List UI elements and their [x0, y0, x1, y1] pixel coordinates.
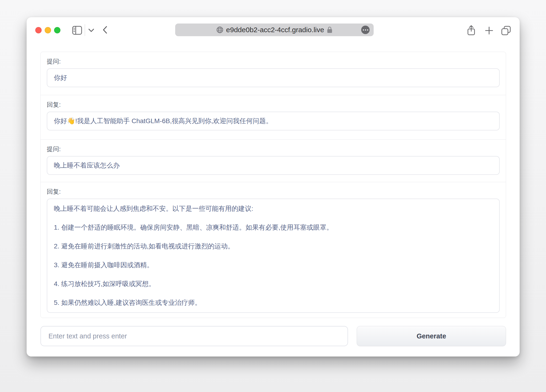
close-icon[interactable]	[35, 27, 42, 33]
question-textbox: 晚上睡不着应该怎么办	[47, 156, 500, 175]
chevron-down-icon	[88, 28, 94, 32]
question-text: 晚上睡不着应该怎么办	[54, 162, 120, 169]
answer-paragraph: 4. 练习放松技巧,如深呼吸或冥想。	[54, 280, 493, 287]
lock-icon	[327, 26, 332, 33]
globe-icon	[216, 26, 223, 33]
prompt-input[interactable]	[40, 326, 348, 346]
minimize-icon[interactable]	[45, 27, 51, 33]
tab-overview-button[interactable]	[501, 26, 511, 35]
qa-section-question-1: 提问: 你好	[41, 52, 506, 95]
answer-paragraph: 1. 创建一个舒适的睡眠环境。确保房间安静、黑暗、凉爽和舒适。如果有必要,使用耳…	[54, 224, 493, 231]
tab-group-chevron-button[interactable]	[88, 28, 94, 32]
answer-text: 你好👋!我是人工智能助手 ChatGLM-6B,很高兴见到你,欢迎问我任何问题。	[54, 117, 272, 125]
answer-textbox: 晚上睡不着可能会让人感到焦虑和不安。以下是一些可能有用的建议: 1. 创建一个舒…	[47, 199, 500, 313]
new-tab-button[interactable]	[485, 26, 494, 35]
answer-label: 回复:	[47, 188, 500, 195]
answer-paragraph: 晚上睡不着可能会让人感到焦虑和不安。以下是一些可能有用的建议:	[54, 205, 493, 212]
ellipsis-dot	[365, 29, 366, 31]
qa-section-question-2: 提问: 晚上睡不着应该怎么办	[41, 139, 506, 182]
answer-paragraph: 2. 避免在睡前进行刺激性的活动,如看电视或进行激烈的运动。	[54, 243, 493, 250]
sidebar-toggle-button[interactable]	[72, 26, 82, 35]
back-chevron-icon	[102, 26, 107, 34]
answer-paragraph: 3. 避免在睡前摄入咖啡因或酒精。	[54, 262, 493, 269]
back-button[interactable]	[102, 26, 107, 34]
zoom-icon[interactable]	[54, 27, 60, 33]
generate-button[interactable]: Generate	[357, 326, 506, 346]
browser-toolbar: e9dde0b2-acc2-4ccf.gradio.live	[26, 17, 520, 42]
answer-label: 回复:	[47, 101, 500, 108]
question-label: 提问:	[47, 146, 500, 153]
share-button[interactable]	[467, 25, 476, 36]
traffic-lights	[35, 27, 60, 33]
answer-paragraph: 5. 如果仍然难以入睡,建议咨询医生或专业治疗师。	[54, 299, 493, 306]
url-bar[interactable]: e9dde0b2-acc2-4ccf.gradio.live	[175, 24, 374, 36]
plus-icon	[485, 26, 494, 35]
toolbar-divider	[85, 24, 85, 36]
sidebar-toggle-icon	[72, 26, 82, 35]
qa-group: 提问: 你好 回复: 你好👋!我是人工智能助手 ChatGLM-6B,很高兴见到…	[40, 52, 506, 318]
page-settings-button[interactable]	[361, 26, 370, 34]
url-text: e9dde0b2-acc2-4ccf.gradio.live	[226, 26, 324, 34]
qa-section-answer-2: 回复: 晚上睡不着可能会让人感到焦虑和不安。以下是一些可能有用的建议: 1. 创…	[41, 182, 506, 318]
browser-window: e9dde0b2-acc2-4ccf.gradio.live	[26, 17, 520, 357]
ellipsis-dot	[367, 29, 368, 31]
ellipsis-dot	[363, 29, 364, 31]
composer-row: Generate	[40, 326, 506, 346]
question-textbox: 你好	[47, 68, 500, 87]
page-content: 提问: 你好 回复: 你好👋!我是人工智能助手 ChatGLM-6B,很高兴见到…	[26, 42, 520, 346]
answer-textbox: 你好👋!我是人工智能助手 ChatGLM-6B,很高兴见到你,欢迎问我任何问题。	[47, 112, 500, 130]
qa-section-answer-1: 回复: 你好👋!我是人工智能助手 ChatGLM-6B,很高兴见到你,欢迎问我任…	[41, 95, 506, 139]
question-text: 你好	[54, 74, 67, 82]
tab-overview-icon	[501, 26, 511, 35]
share-icon	[467, 25, 476, 36]
question-label: 提问:	[47, 58, 500, 65]
